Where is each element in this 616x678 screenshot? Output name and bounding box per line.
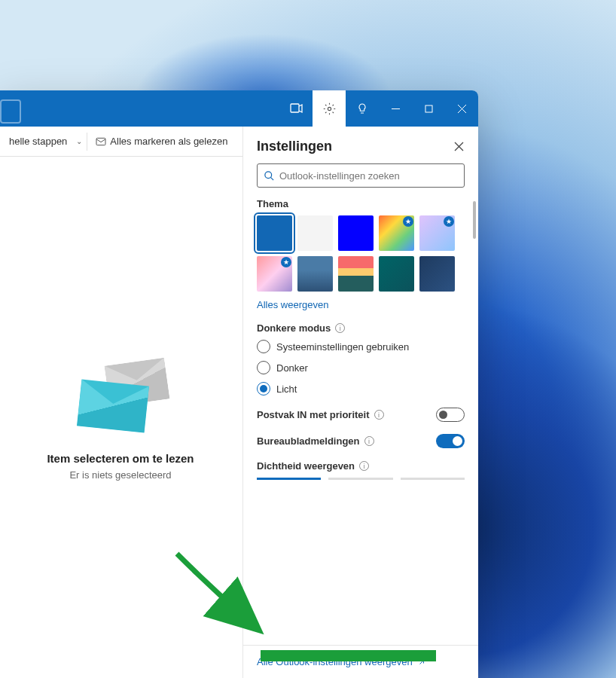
focused-inbox-label: Postvak IN met prioriteit i (257, 409, 384, 420)
density-tab-1[interactable] (257, 478, 321, 480)
theme-tile-unicorn[interactable]: ★ (257, 256, 292, 292)
settings-panel: Instellingen Outlook-instellingen zoeken… (242, 127, 478, 678)
titlebar (0, 90, 478, 127)
focused-inbox-row: Postvak IN met prioriteit i (257, 408, 465, 422)
settings-search-input[interactable]: Outlook-instellingen zoeken (257, 163, 465, 188)
quick-steps-button[interactable]: helle stappen (3, 133, 73, 150)
density-tab-2[interactable] (328, 478, 392, 480)
partial-ribbon-tab (0, 99, 21, 124)
settings-title: Instellingen (257, 139, 332, 154)
search-icon (264, 170, 275, 182)
theme-tile-ribbon[interactable] (419, 256, 455, 292)
dark-mode-radio-group: Systeeminstellingen gebruiken Donker Lic… (257, 340, 465, 396)
empty-state-subtitle: Er is niets geselecteerd (69, 469, 171, 481)
radio-system[interactable]: Systeeminstellingen gebruiken (257, 340, 465, 353)
outlook-window: helle stappen ⌄ Alles markeren als gelez… (0, 90, 478, 678)
radio-label: Systeeminstellingen gebruiken (276, 341, 409, 353)
desktop-notifications-label: Bureaubladmeldingen i (257, 435, 374, 447)
dark-mode-label: Donkere modus i (257, 322, 465, 334)
radio-icon (257, 361, 270, 374)
premium-badge-icon: ★ (444, 216, 454, 227)
toolbar-separator (87, 133, 87, 151)
svg-point-9 (265, 171, 272, 178)
radio-icon (257, 340, 270, 353)
focused-inbox-toggle[interactable] (436, 408, 465, 422)
radio-dark[interactable]: Donker (257, 361, 465, 374)
theme-grid: ★ ★ ★ (257, 215, 465, 292)
info-icon[interactable]: i (359, 461, 369, 471)
svg-rect-0 (291, 104, 299, 112)
settings-header: Instellingen (243, 127, 478, 163)
chevron-down-icon[interactable]: ⌄ (73, 137, 85, 145)
theme-tile-sunset[interactable] (338, 256, 374, 292)
empty-reading-pane: Item selecteren om te lezen Er is niets … (0, 157, 241, 678)
radio-icon-checked (257, 382, 270, 396)
settings-tab-active[interactable] (313, 90, 346, 127)
radio-label: Donker (276, 362, 308, 374)
radio-label: Licht (276, 383, 297, 395)
close-settings-button[interactable] (451, 139, 466, 154)
settings-body: Outlook-instellingen zoeken Thema ★ ★ ★ … (243, 163, 478, 645)
theme-tile-mountain[interactable] (297, 256, 333, 292)
premium-badge-icon: ★ (281, 257, 291, 267)
maximize-button[interactable] (412, 90, 445, 127)
show-all-themes-link[interactable]: Alles weergeven (257, 299, 465, 310)
close-button[interactable] (445, 90, 478, 127)
envelope-icon (95, 136, 107, 148)
minimize-button[interactable] (379, 90, 412, 127)
svg-rect-3 (425, 105, 432, 112)
theme-tile-brightblue[interactable] (338, 215, 374, 251)
info-icon[interactable]: i (364, 436, 374, 446)
mark-all-read-button[interactable]: Alles markeren als gelezen (89, 133, 233, 151)
calendar-sync-icon[interactable] (279, 90, 313, 127)
desktop-notifications-toggle[interactable] (436, 434, 465, 448)
theme-tile-blue[interactable] (257, 215, 292, 251)
desktop-notifications-row: Bureaubladmeldingen i (257, 434, 465, 448)
theme-tile-pastel[interactable]: ★ (419, 215, 455, 251)
density-tabs (257, 478, 465, 480)
svg-point-1 (328, 107, 331, 110)
empty-state-graphic (68, 354, 173, 437)
mark-all-read-label: Alles markeren als gelezen (110, 136, 227, 147)
density-label: Dichtheid weergeven i (257, 460, 465, 472)
info-icon[interactable]: i (374, 410, 384, 420)
theme-label: Thema (257, 198, 465, 209)
info-icon[interactable]: i (335, 323, 345, 333)
svg-line-10 (270, 177, 273, 180)
radio-light[interactable]: Licht (257, 382, 465, 396)
scrollbar-thumb[interactable] (473, 201, 476, 239)
empty-state-title: Item selecteren om te lezen (47, 452, 194, 465)
svg-rect-6 (96, 138, 105, 145)
tips-icon[interactable] (346, 90, 379, 127)
density-tab-3[interactable] (401, 478, 465, 480)
highlight-annotation (261, 650, 436, 661)
theme-tile-rainbow[interactable]: ★ (379, 215, 414, 251)
premium-badge-icon: ★ (403, 216, 413, 227)
search-placeholder: Outlook-instellingen zoeken (279, 170, 400, 182)
quick-steps-label: helle stappen (9, 136, 67, 147)
theme-tile-light[interactable] (297, 215, 333, 251)
theme-tile-circuit[interactable] (379, 256, 414, 292)
